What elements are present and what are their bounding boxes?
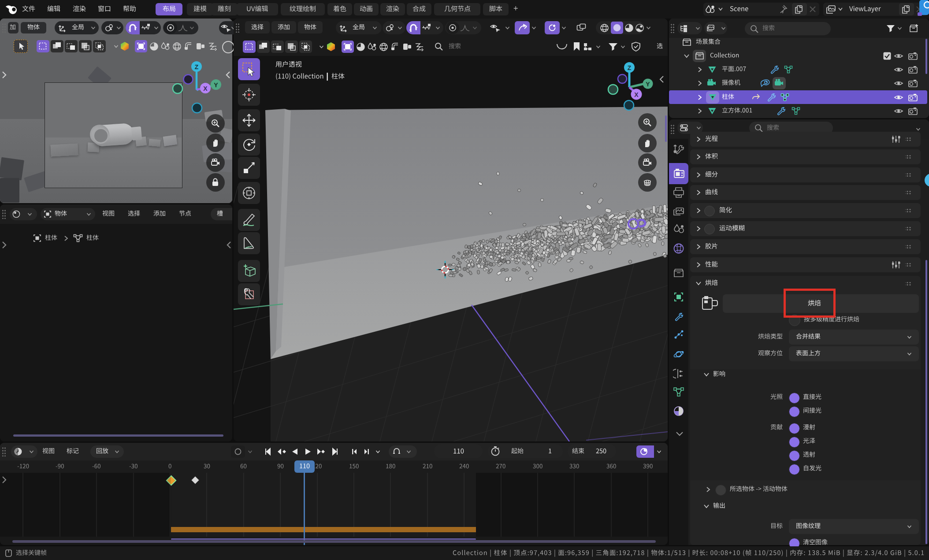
svg-text:Y: Y [214, 82, 218, 89]
svg-text:X: X [203, 85, 208, 92]
svg-text:X: X [634, 91, 639, 98]
svg-text:Y: Y [646, 81, 650, 88]
svg-text:Z: Z [628, 64, 632, 71]
svg-text:Z: Z [195, 63, 199, 70]
